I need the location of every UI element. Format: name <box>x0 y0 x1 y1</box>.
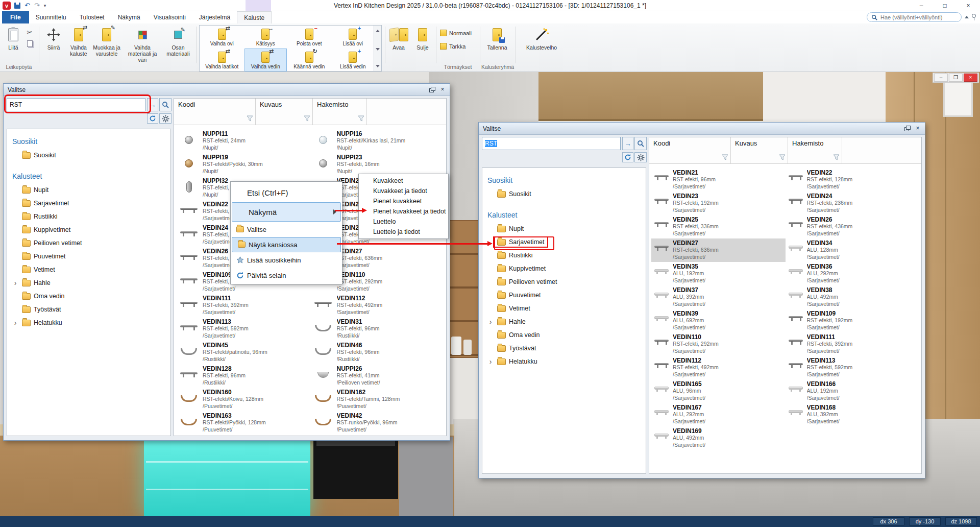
filter-icon[interactable] <box>722 154 728 162</box>
list-item-vedin25[interactable]: VEDIN25RST-efekti, 336mm/Sarjavetimet/ <box>651 215 786 238</box>
mdi-close-button[interactable]: × <box>964 74 977 82</box>
move-button[interactable]: Siirrä <box>42 27 65 51</box>
mdi-minimize-button[interactable]: – <box>934 74 948 82</box>
submenu-item-pienet-kuvakkeet-ja-tiedot[interactable]: Pienet kuvakkeet ja tiedot <box>359 206 448 217</box>
cut-button[interactable]: ✂ <box>24 28 35 38</box>
gallery-button-lisaa-ovi[interactable]: +Lisää ovi <box>332 26 375 49</box>
column-header-koodi[interactable]: Koodi <box>649 137 731 163</box>
expander-icon[interactable]: › <box>11 319 19 327</box>
tree-item-vetimet[interactable]: Vetimet <box>7 263 170 276</box>
copy-button[interactable] <box>24 40 35 50</box>
tab-kaluste[interactable]: Kaluste <box>237 11 272 23</box>
mdi-restore-button[interactable]: ❐ <box>949 74 963 82</box>
go-button[interactable]: → <box>147 98 158 111</box>
edit-equip-button[interactable]: ✎ Muokkaa ja varustele <box>92 27 121 57</box>
list-item-vedin38[interactable]: VEDIN38ALU, 492mm/Sarjavetimet/ <box>786 285 920 309</box>
list-item-vedin160[interactable]: VEDIN160RST-efekti/Koivu, 128mm/Puuvetim… <box>176 388 310 411</box>
undo-icon[interactable]: ↶ <box>24 2 30 9</box>
tab-tulosteet[interactable]: Tulosteet <box>73 11 111 23</box>
tab-file[interactable]: File <box>2 11 29 23</box>
submenu-item-kuvakkeet-ja-tiedot[interactable]: Kuvakkeet ja tiedot <box>359 186 448 196</box>
filter-icon[interactable] <box>833 154 840 162</box>
menu-item-etsi-ctrl-f[interactable]: Etsi (Ctrl+F) <box>231 183 342 202</box>
gallery-scrollbar[interactable] <box>374 26 381 71</box>
search-input[interactable]: RST <box>7 98 145 111</box>
list-item-vedin26[interactable]: VEDIN26RST-efekti, 436mm/Sarjavetimet/ <box>786 215 920 238</box>
list-item-vedin111[interactable]: VEDIN111RST-efekti, 392mm/Sarjavetimet/ <box>786 332 920 356</box>
list-item-vedin112[interactable]: VEDIN112RST-efekti, 492mm/Sarjavetimet/ <box>310 294 445 317</box>
dialog-float-button[interactable] <box>902 125 912 133</box>
expander-icon[interactable]: › <box>486 357 495 366</box>
filter-icon[interactable] <box>358 115 364 123</box>
collision-normal-button[interactable]: Normaali <box>440 30 472 36</box>
gallery-button-vaihda-ovi[interactable]: ⇄Vaihda ovi <box>201 26 243 49</box>
dialog-titlebar[interactable]: Valitse × <box>479 123 925 135</box>
column-header-hakemisto[interactable]: Hakemisto <box>313 99 367 125</box>
gallery-button-lisaa-vedin[interactable]: +Lisää vedin <box>332 49 375 71</box>
dialog-close-button[interactable]: × <box>913 125 922 133</box>
tree-item-suosikit[interactable]: Suosikit <box>482 187 646 201</box>
list-item-vedin168[interactable]: VEDIN168ALU, 392mm/Sarjavetimet/ <box>786 403 920 426</box>
list-item-nuppi16[interactable]: NUPPI16RST-efekti/Kirkas lasi, 21mm/Nupi… <box>310 129 445 153</box>
list-item-vedin34[interactable]: VEDIN34ALU, 128mm/Sarjavetimet/ <box>786 238 920 262</box>
list-item-nuppi19[interactable]: NUPPI19RST-efekti/Pyökki, 30mm/Nupit/ <box>176 153 310 176</box>
tree-item-hahle[interactable]: ›Hahle <box>7 276 170 290</box>
tree-item-vetimet[interactable]: Vetimet <box>482 302 646 315</box>
change-material-button[interactable]: Vaihda materiaali ja väri <box>124 27 161 63</box>
list-item-vedin21[interactable]: VEDIN21RST-efekti, 96mm/Sarjavetimet/ <box>651 168 786 191</box>
open-doors-button[interactable]: Avaa <box>388 27 409 51</box>
tab-suunnittelu[interactable]: Suunnittelu <box>29 11 73 23</box>
settings-button[interactable] <box>634 152 647 162</box>
column-header-kuvaus[interactable]: Kuvaus <box>256 99 313 125</box>
filter-icon[interactable] <box>247 115 253 123</box>
menu-item-lisaa-suosikkeihin[interactable]: Lisää suosikkeihin <box>231 252 342 268</box>
search-button[interactable] <box>159 98 172 111</box>
tree-item-suosikit[interactable]: Suosikit <box>7 149 170 162</box>
filter-icon[interactable] <box>304 115 310 123</box>
ribbon-pin-icon[interactable] <box>972 14 976 18</box>
scroll-up-icon[interactable] <box>374 27 381 35</box>
tree-item-helatukku[interactable]: ›Helatukku <box>7 316 170 329</box>
tree-item-kuppivetimet[interactable]: Kuppivetimet <box>482 262 646 275</box>
expander-icon[interactable]: › <box>486 318 495 326</box>
ribbon-search-box[interactable]: Hae (välilyönti+välilyönti) <box>867 12 962 22</box>
list-item-vedin27[interactable]: VEDIN27RST-efekti, 636mm/Sarjavetimet/ <box>651 238 786 262</box>
save-icon[interactable] <box>14 3 20 9</box>
tree-item-helatukku[interactable]: ›Helatukku <box>482 355 646 368</box>
tree-item-tyostavat[interactable]: Työstävät <box>7 303 170 316</box>
menu-item-nakyma[interactable]: Näkymä <box>232 202 341 222</box>
tree-item-peilioven-vetimet[interactable]: Peilioven vetimet <box>482 275 646 289</box>
tree-item-peilioven-vetimet[interactable]: Peilioven vetimet <box>7 236 170 250</box>
list-item-vedin45[interactable]: VEDIN45RST-efekti/patinoitu, 96mm/Rustii… <box>176 341 310 364</box>
list-item-vedin110[interactable]: VEDIN110RST-efekti, 292mm/Sarjavetimet/ <box>651 332 786 356</box>
tree-item-oma-vedin[interactable]: Oma vedin <box>482 328 646 342</box>
filter-icon[interactable] <box>779 154 786 162</box>
tree-item-nupit[interactable]: Nupit <box>482 222 646 235</box>
submenu-item-kuvakkeet[interactable]: Kuvakkeet <box>359 176 448 186</box>
tree-item-kuppivetimet[interactable]: Kuppivetimet <box>7 223 170 236</box>
redo-icon[interactable]: ↷ <box>34 2 40 9</box>
menu-item-valitse[interactable]: Valitse <box>231 222 342 237</box>
dialog-float-button[interactable] <box>427 86 436 94</box>
gallery-button-vaihda-vedin[interactable]: ⇄Vaihda vedin <box>244 49 287 71</box>
column-header-hakemisto[interactable]: Hakemisto <box>788 137 842 163</box>
part-material-button[interactable]: Osan materiaali <box>162 27 194 57</box>
gallery-more-icon[interactable] <box>374 62 381 70</box>
list-item-vedin111[interactable]: VEDIN111RST-efekti, 392mm/Sarjavetimet/ <box>176 294 310 317</box>
list-item-vedin163[interactable]: VEDIN163RST-efekti/Pyökki, 128mm/Puuveti… <box>176 411 310 435</box>
paste-button[interactable]: Liitä <box>3 27 23 51</box>
tree-item-rustiikki[interactable]: Rustiikki <box>7 210 170 223</box>
gallery-button-vaihda-laatikot[interactable]: ⇄Vaihda laatikot <box>201 49 243 71</box>
list-item-vedin112[interactable]: VEDIN112RST-efekti, 492mm/Sarjavetimet/ <box>651 356 786 379</box>
list-item-vedin162[interactable]: VEDIN162RST-efekti/Tammi, 128mm/Puuvetim… <box>310 388 445 411</box>
tree-item-rustiikki[interactable]: Rustiikki <box>482 249 646 262</box>
menu-item-nayta-kansiossa[interactable]: Näytä kansiossa <box>232 237 341 252</box>
ribbon-collapse-icon[interactable] <box>965 16 969 18</box>
list-item-vedin167[interactable]: VEDIN167ALU, 292mm/Sarjavetimet/ <box>651 403 786 426</box>
save-cabinet-group-button[interactable]: Tallenna <box>483 27 511 51</box>
refresh-button[interactable] <box>622 152 633 162</box>
list-item-vedin37[interactable]: VEDIN37ALU, 392mm/Sarjavetimet/ <box>651 285 786 309</box>
tab-nakyma[interactable]: Näkymä <box>111 11 147 23</box>
gallery-button-poista-ovet[interactable]: –Poista ovet <box>288 26 331 49</box>
gallery-button-katisyys[interactable]: ↔Kätisyys <box>244 26 287 49</box>
